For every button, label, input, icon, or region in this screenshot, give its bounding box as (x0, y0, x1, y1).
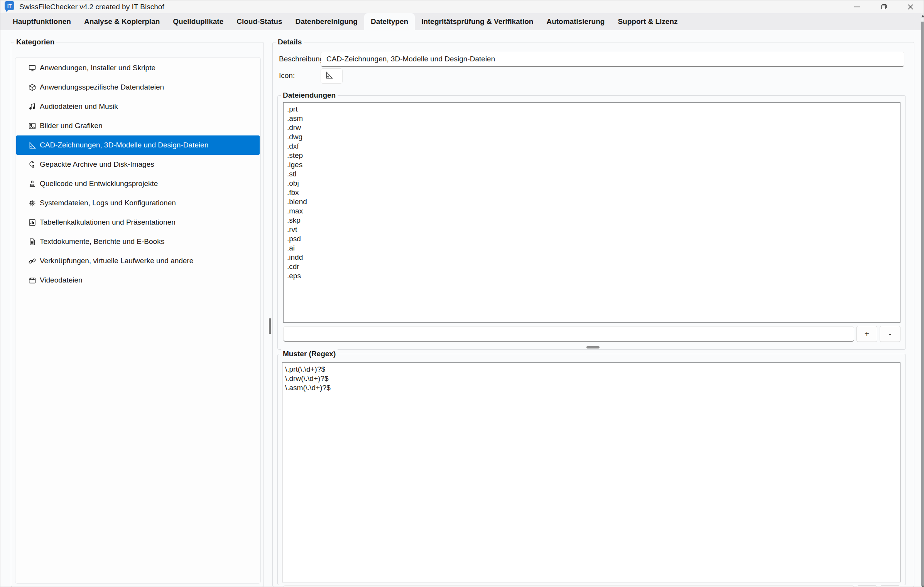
restore-icon (881, 4, 887, 9)
kategorien-group-title: Kategorien (14, 37, 56, 47)
extension-item[interactable]: .drw (287, 123, 900, 132)
regex-pattern-item[interactable]: \.asm(\.\d+)?$ (285, 383, 900, 392)
close-icon (907, 4, 914, 10)
image-icon (28, 122, 36, 130)
category-label: Tabellenkalkulationen und Präsentationen (40, 218, 176, 227)
extension-item[interactable]: .ai (287, 244, 900, 253)
tab-support-lizenz[interactable]: Support & Lizenz (611, 13, 684, 30)
extension-item[interactable]: .dwg (287, 132, 900, 142)
new-extension-input[interactable] (283, 326, 854, 342)
app-logo-icon: IT (4, 0, 15, 14)
extensions-listbox[interactable]: .prt .asm .drw .dwg .dxf .step .iges .st… (283, 102, 900, 323)
regex-pattern-item[interactable]: \.prt(\.\d+)?$ (285, 365, 900, 374)
tab-hauptfunktionen[interactable]: Hauptfunktionen (6, 13, 78, 30)
scrollbar-thumb[interactable] (921, 22, 924, 585)
regex-pattern-item[interactable]: \.drw(\.\d+)?$ (285, 374, 900, 383)
link-icon (28, 257, 36, 265)
category-label: Audiodateien und Musik (40, 102, 118, 111)
tab-analyse-kopierplan[interactable]: Analyse & Kopierplan (78, 13, 166, 30)
minimize-icon (854, 7, 860, 7)
panel-splitter-handle[interactable] (269, 318, 271, 334)
category-label: Anwendungen, Installer und Skripte (40, 64, 155, 72)
window-controls (844, 0, 924, 13)
remove-extension-button[interactable]: - (880, 326, 900, 342)
tab-bar: Hauptfunktionen Analyse & Kopierplan Que… (0, 13, 924, 30)
regex-listbox[interactable]: \.prt(\.\d+)?$ \.drw(\.\d+)?$ \.asm(\.\d… (282, 362, 900, 582)
title-bar: IT SwissFileChecker v4.2 created by IT B… (0, 0, 924, 13)
tab-datenbereinigung[interactable]: Datenbereinigung (289, 13, 364, 30)
extension-item[interactable]: .iges (287, 160, 900, 169)
extension-item[interactable]: .fbx (287, 188, 900, 197)
category-item-anwendungen[interactable]: Anwendungen, Installer und Skripte (16, 58, 260, 78)
extension-item[interactable]: .skp (287, 216, 900, 225)
icon-picker-box[interactable] (321, 68, 343, 84)
tab-dateitypen[interactable]: Dateitypen (364, 13, 415, 30)
developer-icon (28, 179, 36, 188)
bar-chart-icon (28, 218, 36, 227)
clapperboard-icon (28, 276, 36, 284)
package-icon (28, 83, 36, 91)
category-label: Bilder und Grafiken (40, 122, 103, 130)
tab-cloud-status[interactable]: Cloud-Status (230, 13, 289, 30)
extension-item[interactable]: .blend (287, 197, 900, 206)
new-regex-input[interactable] (283, 585, 854, 587)
category-item-cad[interactable]: CAD-Zeichnungen, 3D-Modelle und Design-D… (16, 135, 260, 155)
app-window: IT SwissFileChecker v4.2 created by IT B… (0, 0, 924, 587)
extension-item[interactable]: .psd (287, 234, 900, 244)
category-item-videodateien[interactable]: Videodateien (16, 271, 260, 290)
dateiendungen-group-title: Dateiendungen (281, 91, 338, 100)
details-group-title: Details (276, 37, 304, 47)
svg-text:IT: IT (7, 3, 12, 9)
category-item-datendateien[interactable]: Anwendungsspezifische Datendateien (16, 78, 260, 97)
category-item-bilder[interactable]: Bilder und Grafiken (16, 116, 260, 135)
beschreibung-label: Beschreibung: (279, 55, 326, 63)
document-icon (28, 237, 36, 246)
extension-item[interactable]: .obj (287, 179, 900, 188)
extension-item[interactable]: .prt (287, 105, 900, 114)
window-title: SwissFileChecker v4.2 created by IT Bisc… (19, 3, 164, 11)
clamp-icon (28, 160, 36, 169)
category-label: CAD-Zeichnungen, 3D-Modelle und Design-D… (40, 141, 208, 149)
minimize-button[interactable] (844, 0, 870, 13)
extension-item[interactable]: .cdr (287, 262, 900, 271)
extension-item[interactable]: .indd (287, 253, 900, 262)
category-item-tabellen[interactable]: Tabellenkalkulationen und Präsentationen (16, 213, 260, 232)
extension-item[interactable]: .dxf (287, 142, 900, 151)
extension-item[interactable]: .rvt (287, 225, 900, 234)
section-splitter-handle[interactable] (586, 346, 600, 348)
category-label: Systemdateien, Logs und Konfigurationen (40, 199, 176, 207)
category-item-audio[interactable]: Audiodateien und Musik (16, 97, 260, 116)
remove-regex-button[interactable] (880, 585, 900, 587)
scrollbar-up-arrow-icon[interactable] (921, 15, 924, 17)
tab-automatisierung[interactable]: Automatisierung (540, 13, 611, 30)
tab-quellduplikate[interactable]: Quellduplikate (166, 13, 230, 30)
triangle-ruler-icon (28, 141, 36, 149)
category-item-textdokumente[interactable]: Textdokumente, Berichte und E-Books (16, 232, 260, 251)
category-label: Gepackte Archive und Disk-Images (40, 160, 154, 169)
category-item-systemdateien[interactable]: Systemdateien, Logs und Konfigurationen (16, 193, 260, 213)
add-regex-button[interactable] (856, 585, 877, 587)
muster-regex-group-title: Muster (Regex) (281, 349, 338, 359)
category-item-archive[interactable]: Gepackte Archive und Disk-Images (16, 155, 260, 174)
add-extension-button[interactable]: + (856, 326, 877, 342)
category-item-verknuepfungen[interactable]: Verknüpfungen, virtuelle Laufwerke und a… (16, 251, 260, 271)
category-label: Videodateien (40, 276, 83, 284)
category-list[interactable]: Anwendungen, Installer und Skripte Anwen… (15, 57, 261, 584)
maximize-restore-button[interactable] (870, 0, 897, 13)
category-label: Anwendungsspezifische Datendateien (40, 83, 164, 91)
beschreibung-input[interactable] (321, 52, 904, 67)
icon-label: Icon: (279, 71, 295, 80)
extension-item[interactable]: .stl (287, 169, 900, 179)
monitor-icon (28, 64, 36, 72)
category-item-quellcode[interactable]: Quellcode und Entwicklungsprojekte (16, 174, 260, 193)
category-label: Textdokumente, Berichte und E-Books (40, 237, 164, 246)
vertical-scrollbar[interactable] (921, 13, 924, 587)
tab-integritaetspruefung[interactable]: Integritätsprüfung & Verifikation (415, 13, 540, 30)
extension-item[interactable]: .max (287, 206, 900, 216)
extension-item[interactable]: .eps (287, 271, 900, 281)
gear-icon (28, 199, 36, 207)
scrollbar-down-arrow-icon[interactable] (921, 585, 924, 587)
extension-item[interactable]: .step (287, 151, 900, 160)
close-button[interactable] (897, 0, 924, 13)
extension-item[interactable]: .asm (287, 114, 900, 123)
